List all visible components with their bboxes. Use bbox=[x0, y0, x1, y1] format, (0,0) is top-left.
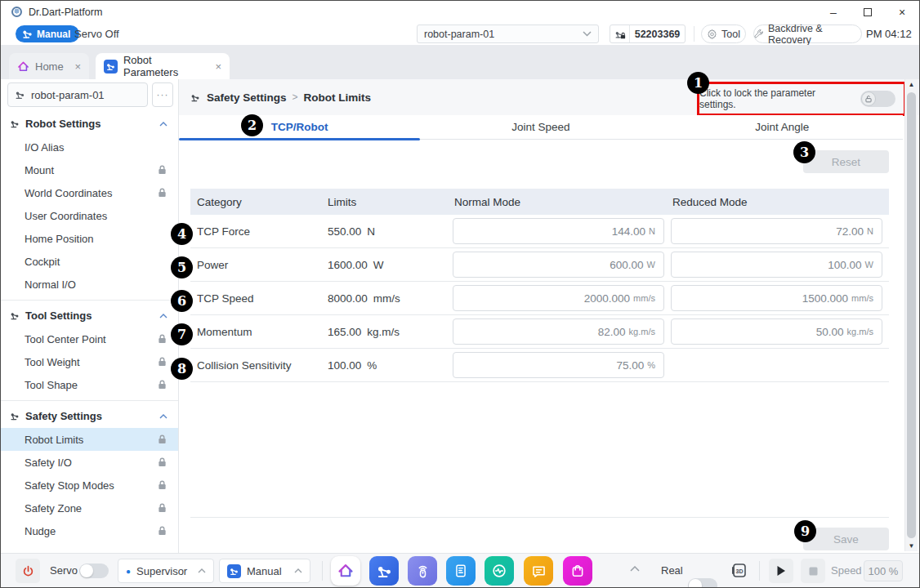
window-title: Dr.Dart-Platform bbox=[29, 7, 102, 18]
speed-value[interactable]: 100 % bbox=[864, 560, 903, 581]
sidebar-item-nudge[interactable]: Nudge bbox=[1, 519, 178, 542]
tab-home-close-icon[interactable]: × bbox=[74, 60, 81, 73]
dock-robot-params-icon[interactable] bbox=[369, 556, 399, 586]
app-window: Dr.Dart-Platform – × Manual Servo Off ro… bbox=[0, 0, 920, 588]
sidebar-item-tool-center-point[interactable]: Tool Center Point bbox=[1, 327, 178, 350]
tab-home[interactable]: Home × bbox=[9, 53, 89, 79]
normal-mode-input[interactable]: 144.00N bbox=[453, 218, 664, 244]
dock-message-icon[interactable] bbox=[524, 556, 553, 586]
input-unit: kg.m/s bbox=[629, 327, 655, 336]
sidebar-item-normal-io[interactable]: Normal I/O bbox=[1, 273, 178, 296]
mode-select[interactable]: Manual bbox=[219, 559, 310, 583]
reduced-mode-input[interactable]: 100.00W bbox=[671, 252, 882, 278]
scroll-up-icon[interactable]: ▲ bbox=[905, 81, 918, 88]
power-button[interactable] bbox=[16, 559, 40, 583]
normal-mode-input[interactable]: 82.00kg.m/s bbox=[453, 318, 664, 345]
statusbar-divider bbox=[759, 561, 760, 581]
sidebar-item-user-coordinates[interactable]: User Coordinates bbox=[1, 204, 178, 227]
dock-home-icon[interactable] bbox=[331, 556, 360, 586]
backdrive-recovery-button[interactable]: Backdrive & Recovery bbox=[753, 24, 862, 43]
reduced-mode-input[interactable]: 72.00N bbox=[671, 218, 882, 244]
scrollbar-thumb[interactable] bbox=[907, 92, 916, 538]
servo-toggle[interactable] bbox=[79, 564, 109, 578]
robot-lock-icon bbox=[610, 25, 630, 42]
toggle-knob bbox=[689, 579, 702, 588]
minimize-button[interactable]: – bbox=[816, 1, 851, 23]
vertical-scrollbar[interactable]: ▲ ▼ bbox=[904, 79, 918, 551]
section-title: Robot Settings bbox=[25, 118, 100, 130]
input-unit: mm/s bbox=[851, 293, 873, 303]
sidebar-item-mount[interactable]: Mount bbox=[1, 158, 178, 181]
section-safety-settings[interactable]: Safety Settings bbox=[1, 404, 178, 428]
close-button[interactable]: × bbox=[885, 1, 919, 23]
sidebar-item-cockpit[interactable]: Cockpit bbox=[1, 250, 178, 273]
sidebar-item-tool-shape[interactable]: Tool Shape bbox=[1, 373, 178, 396]
sidebar-item-label: Home Position bbox=[25, 233, 94, 245]
sidebar-param-name-box[interactable]: robot-param-01 bbox=[7, 82, 148, 107]
row-category: TCP Force bbox=[190, 225, 328, 238]
status-bar: Servo ● Supervisor Manual bbox=[1, 553, 919, 587]
row-limit-value: 8000.00 bbox=[328, 292, 368, 305]
section-robot-settings[interactable]: Robot Settings bbox=[1, 112, 178, 136]
tab-robot-parameters-close-icon[interactable]: × bbox=[215, 60, 221, 73]
tool-button[interactable]: Tool bbox=[701, 24, 746, 43]
lock-toggle[interactable] bbox=[860, 91, 895, 107]
role-select[interactable]: ● Supervisor bbox=[118, 559, 214, 583]
dock-store-icon[interactable] bbox=[563, 556, 592, 586]
sidebar-item-label: Cockpit bbox=[25, 256, 60, 268]
reduced-mode-input[interactable]: 50.00kg.m/s bbox=[671, 318, 882, 345]
limits-table: Category Limits Normal Mode Reduced Mode… bbox=[190, 189, 889, 382]
tab-joint-angle[interactable]: Joint Angle bbox=[662, 115, 903, 139]
play-button[interactable] bbox=[769, 559, 793, 583]
sidebar-item-label: Tool Center Point bbox=[25, 333, 106, 345]
param-file-select[interactable]: robot-param-01 bbox=[417, 24, 599, 43]
input-value: 75.00 bbox=[616, 359, 644, 372]
sidebar-item-label: Mount bbox=[25, 164, 54, 176]
row-limit-unit: % bbox=[367, 359, 377, 372]
sidebar-item-tool-weight[interactable]: Tool Weight bbox=[1, 350, 178, 373]
annotation-3: 3 bbox=[793, 141, 815, 163]
annotation-5: 5 bbox=[171, 256, 193, 278]
dock-remote-icon[interactable] bbox=[408, 556, 437, 586]
stop-button[interactable] bbox=[801, 559, 825, 583]
robot-arm-icon bbox=[10, 310, 20, 321]
clock-label: PM 04:12 bbox=[866, 28, 912, 40]
sidebar-item-world-coordinates[interactable]: World Coordinates bbox=[1, 181, 178, 204]
reset-button[interactable]: Reset bbox=[803, 150, 889, 173]
svg-text:3D: 3D bbox=[736, 568, 744, 574]
normal-mode-input[interactable]: 600.00W bbox=[453, 252, 664, 278]
maximize-button[interactable] bbox=[851, 1, 885, 23]
tab-joint-speed[interactable]: Joint Speed bbox=[420, 115, 661, 139]
input-value: 2000.000 bbox=[584, 292, 630, 305]
sidebar-item-safety-zone[interactable]: Safety Zone bbox=[1, 497, 178, 519]
col-limits: Limits bbox=[328, 196, 451, 208]
robot-arm-icon bbox=[22, 29, 33, 39]
tab-tcp-robot[interactable]: TCP/Robot bbox=[179, 115, 420, 139]
normal-mode-input[interactable]: 75.00% bbox=[453, 352, 664, 378]
manual-mode-label: Manual bbox=[37, 29, 70, 40]
section-tool-settings[interactable]: Tool Settings bbox=[1, 304, 178, 327]
lock-icon bbox=[158, 188, 167, 198]
param-file-select-value: robot-param-01 bbox=[424, 29, 494, 40]
dock-monitoring-icon[interactable] bbox=[485, 556, 514, 586]
robot-serial-box[interactable]: 52203369 bbox=[610, 24, 686, 43]
manual-mode-button[interactable]: Manual bbox=[16, 25, 79, 42]
sidebar-more-button[interactable]: ··· bbox=[152, 82, 173, 107]
sidebar-item-safety-io[interactable]: Safety I/O bbox=[1, 451, 178, 474]
sidebar-item-robot-limits[interactable]: Robot Limits bbox=[1, 428, 178, 451]
viewer-3d-button[interactable]: 3D bbox=[730, 561, 749, 581]
tab-robot-parameters[interactable]: Robot Parameters × bbox=[96, 53, 230, 79]
sidebar-item-safety-stop-modes[interactable]: Safety Stop Modes bbox=[1, 474, 178, 497]
input-unit: N bbox=[867, 226, 873, 236]
sidebar-item-home-position[interactable]: Home Position bbox=[1, 227, 178, 250]
reduced-mode-input[interactable]: 1500.000mm/s bbox=[671, 285, 882, 311]
sidebar-item-io-alias[interactable]: I/O Alias bbox=[1, 136, 178, 158]
real-toggle[interactable] bbox=[688, 578, 717, 588]
footer-divider bbox=[190, 517, 889, 518]
dock-expand-icon[interactable] bbox=[630, 566, 640, 572]
normal-mode-input[interactable]: 2000.000mm/s bbox=[453, 285, 664, 311]
section-divider bbox=[1, 300, 178, 301]
scroll-down-icon[interactable]: ▼ bbox=[905, 542, 918, 550]
dock-pendant-icon[interactable] bbox=[446, 556, 476, 586]
servo-label: Servo bbox=[50, 564, 78, 577]
